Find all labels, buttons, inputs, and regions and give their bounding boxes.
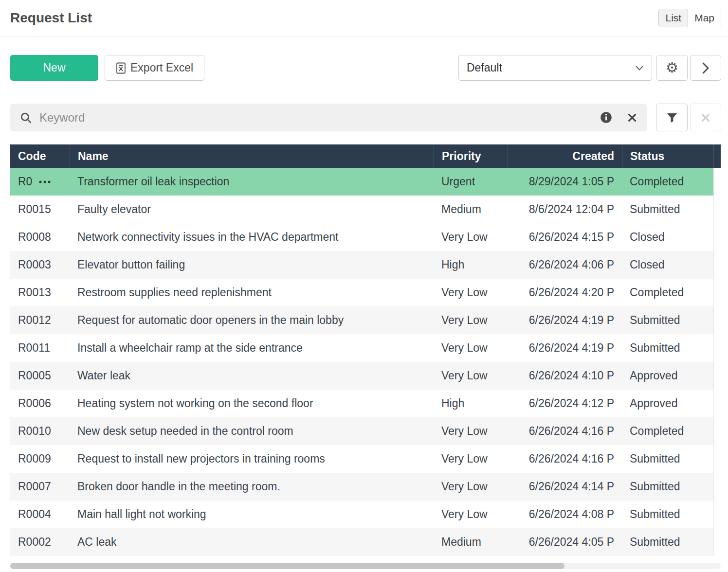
row-name: Install a wheelchair ramp at the side en… — [70, 334, 434, 362]
row-status: Closed — [622, 251, 713, 279]
row-priority: Very Low — [434, 279, 508, 306]
filter-button[interactable] — [656, 104, 688, 131]
table-row[interactable]: R0003 Elevator button failing High 6/26/… — [10, 251, 721, 279]
row-code: R0012 — [10, 306, 70, 334]
column-header-created[interactable]: Created — [508, 144, 622, 168]
settings-button[interactable]: ⚙ — [656, 55, 688, 81]
row-code: R0015 — [10, 196, 70, 223]
row-name: Transformer oil leak inspection — [70, 168, 434, 196]
saved-view-select[interactable]: Default — [458, 55, 652, 81]
new-button[interactable]: New — [10, 55, 98, 81]
row-name: Request for automatic door openers in th… — [70, 306, 434, 334]
search-input[interactable] — [38, 110, 594, 125]
excel-file-icon — [116, 62, 126, 74]
column-header-code[interactable]: Code — [10, 144, 70, 168]
view-toggle-list[interactable]: List — [659, 9, 688, 27]
row-name: Water leak — [70, 362, 434, 390]
row-status: Submitted — [622, 500, 713, 528]
row-scrollbar-spacer — [713, 334, 721, 362]
row-code: R0003 — [10, 251, 70, 279]
search-bar — [10, 104, 647, 131]
row-created: 8/6/2024 12:04 P — [508, 196, 622, 223]
gear-icon: ⚙ — [666, 61, 678, 75]
row-scrollbar-spacer — [713, 390, 721, 417]
search-icon — [19, 111, 32, 124]
row-created: 6/26/2024 4:06 P — [508, 251, 622, 279]
table-row[interactable]: R0 Transformer oil leak inspection Urgen… — [10, 168, 721, 196]
row-priority: Very Low — [434, 445, 508, 473]
view-toggle: List Map — [658, 9, 721, 27]
row-code: R0008 — [10, 223, 70, 251]
row-created: 6/26/2024 4:08 P — [508, 500, 622, 528]
toolbar: New Export Excel Default ⚙ — [10, 55, 721, 81]
column-header-name[interactable]: Name — [70, 144, 434, 168]
row-status: Submitted — [622, 196, 713, 223]
table-row[interactable]: R0008 Network connectivity issues in the… — [10, 223, 721, 251]
row-code: R0011 — [10, 334, 70, 362]
row-code: R0010 — [10, 417, 70, 445]
row-priority: Very Low — [434, 306, 508, 334]
row-status: Submitted — [622, 473, 713, 500]
row-priority: Very Low — [434, 334, 508, 362]
row-scrollbar-spacer — [713, 279, 721, 306]
table-row[interactable]: R0010 New desk setup needed in the contr… — [10, 417, 721, 445]
row-created: 6/26/2024 4:16 P — [508, 445, 622, 473]
row-code: R0013 — [10, 279, 70, 306]
chevron-down-icon — [635, 65, 644, 71]
row-status: Approved — [622, 390, 713, 417]
row-scrollbar-spacer — [713, 306, 721, 334]
chevron-right-icon — [702, 62, 709, 74]
row-priority: Medium — [434, 196, 508, 223]
row-menu-icon[interactable] — [39, 180, 51, 183]
table-row[interactable]: R0012 Request for automatic door openers… — [10, 306, 721, 334]
row-code: R0004 — [10, 500, 70, 528]
table-row[interactable]: R0009 Request to install new projectors … — [10, 445, 721, 473]
search-row — [10, 104, 721, 131]
row-priority: High — [434, 251, 508, 279]
clear-search-icon[interactable] — [627, 112, 637, 123]
row-scrollbar-spacer — [713, 500, 721, 528]
table-row[interactable]: R0002 AC leak Medium 6/26/2024 4:05 P Su… — [10, 528, 721, 556]
row-code: R0002 — [10, 528, 70, 556]
row-scrollbar-spacer — [713, 196, 721, 223]
row-created: 6/26/2024 4:16 P — [508, 417, 622, 445]
row-name: Broken door handle in the meeting room. — [70, 473, 434, 500]
row-name: Network connectivity issues in the HVAC … — [70, 223, 434, 251]
row-priority: Urgent — [434, 168, 508, 196]
info-icon[interactable] — [600, 111, 613, 124]
row-name: New desk setup needed in the control roo… — [70, 417, 434, 445]
row-priority: Very Low — [434, 223, 508, 251]
table-row[interactable]: R0015 Faulty elevator Medium 8/6/2024 12… — [10, 196, 721, 223]
row-name: Main hall light not working — [70, 500, 434, 528]
table-row[interactable]: R0006 Heating system not working on the … — [10, 390, 721, 417]
row-status: Submitted — [622, 306, 713, 334]
horizontal-scrollbar-track[interactable] — [10, 563, 721, 569]
row-scrollbar-spacer — [713, 223, 721, 251]
horizontal-scrollbar-thumb[interactable] — [10, 563, 564, 569]
table-row[interactable]: R0013 Restroom supplies need replenishme… — [10, 279, 721, 306]
row-scrollbar-spacer — [713, 251, 721, 279]
export-excel-button[interactable]: Export Excel — [105, 55, 204, 81]
table-row[interactable]: R0011 Install a wheelchair ramp at the s… — [10, 334, 721, 362]
row-priority: Medium — [434, 528, 508, 556]
row-created: 6/26/2024 4:20 P — [508, 279, 622, 306]
row-created: 6/26/2024 4:10 P — [508, 362, 622, 390]
view-toggle-map[interactable]: Map — [688, 9, 721, 27]
row-status: Completed — [622, 168, 713, 196]
row-created: 6/26/2024 4:14 P — [508, 473, 622, 500]
row-code: R0005 — [10, 362, 70, 390]
clear-filter-x-icon — [700, 112, 711, 123]
row-status: Closed — [622, 223, 713, 251]
clear-filter-button[interactable] — [690, 104, 721, 131]
next-page-button[interactable] — [690, 55, 721, 81]
column-header-status[interactable]: Status — [622, 144, 713, 168]
column-header-priority[interactable]: Priority — [434, 144, 508, 168]
row-status: Submitted — [622, 445, 713, 473]
row-created: 6/26/2024 4:19 P — [508, 334, 622, 362]
table-row[interactable]: R0005 Water leak Very Low 6/26/2024 4:10… — [10, 362, 721, 390]
table-row[interactable]: R0007 Broken door handle in the meeting … — [10, 473, 721, 500]
row-name: Elevator button failing — [70, 251, 434, 279]
table-row[interactable]: R0004 Main hall light not working Very L… — [10, 500, 721, 528]
row-status: Completed — [622, 417, 713, 445]
row-name: Request to install new projectors in tra… — [70, 445, 434, 473]
